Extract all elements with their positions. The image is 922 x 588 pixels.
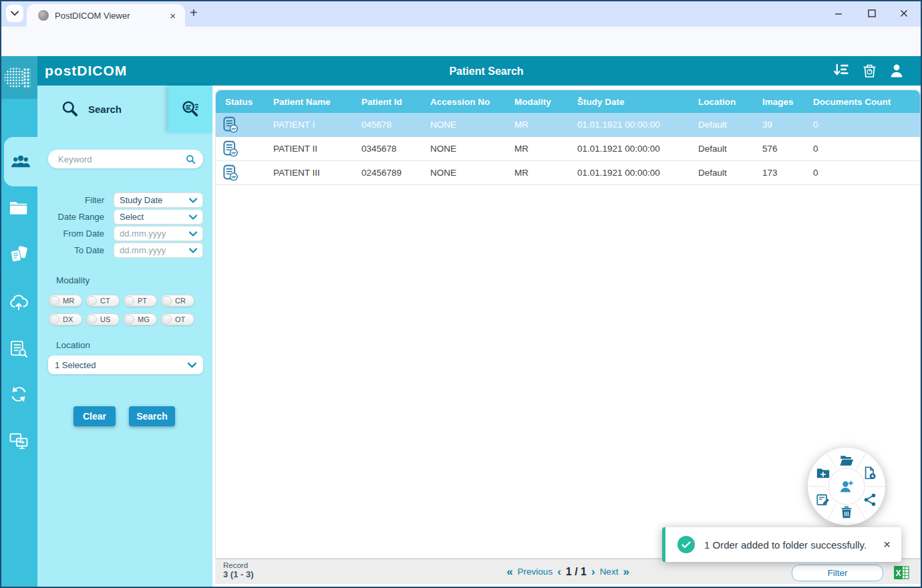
column-header-location[interactable]: Location — [689, 97, 753, 107]
export-excel-button[interactable]: X — [893, 565, 910, 581]
modality-label: Modality — [56, 275, 90, 285]
radial-add-folder-button[interactable] — [816, 466, 830, 480]
patient-id-cell: 02456789 — [352, 168, 421, 178]
table-row-patient-2[interactable]: PATIENT II 0345678 NONE MR 01.01.1921 00… — [216, 137, 920, 161]
window-close-button[interactable] — [899, 0, 909, 27]
modality-toggle-us[interactable]: US — [86, 313, 120, 325]
sort-studies-button[interactable] — [832, 63, 849, 78]
new-tab-button[interactable]: + — [190, 5, 198, 21]
monitors-sync-icon — [9, 432, 29, 450]
sidebar-item-patients[interactable] — [4, 137, 37, 186]
table-row-patient-3[interactable]: PATIENT III 02456789 NONE MR 01.01.1921 … — [216, 161, 920, 185]
sync-arrows-icon — [9, 384, 29, 404]
folder-plus-icon — [816, 466, 830, 480]
tab-title: PostDICOM Viewer — [55, 11, 167, 21]
keyword-input[interactable] — [57, 154, 186, 165]
sidebar-item-query[interactable] — [0, 332, 37, 365]
keyword-input-wrap — [48, 150, 203, 168]
filter-button[interactable]: Filter — [792, 565, 883, 581]
window-maximize-button[interactable] — [867, 0, 877, 27]
tab-advanced-search[interactable] — [168, 86, 212, 132]
tab-close-icon[interactable]: × — [167, 10, 178, 21]
first-page-icon[interactable]: « — [506, 566, 512, 577]
tab-search[interactable]: Search — [37, 86, 168, 132]
accession-no-cell: NONE — [421, 144, 505, 154]
column-header-patient-id[interactable]: Patient Id — [352, 97, 421, 107]
last-page-icon[interactable]: » — [623, 566, 629, 577]
postdicom-app: PostDICOM Viewer × + germany.postdicom.c… — [0, 0, 922, 588]
success-check-icon — [677, 536, 695, 553]
patient-name-cell: PATIENT I — [264, 120, 352, 130]
account-button[interactable] — [889, 63, 904, 79]
filter-select[interactable]: Study Date — [114, 192, 203, 208]
column-header-documents-count[interactable]: Documents Count — [804, 97, 920, 107]
sidebar-item-documents[interactable] — [0, 238, 37, 271]
tab-search-button[interactable] — [6, 5, 23, 22]
radial-add-patient-button[interactable] — [838, 478, 855, 494]
radial-add-report-button[interactable] — [863, 466, 877, 480]
keyword-search-icon[interactable] — [186, 154, 196, 164]
sidebar-item-folders[interactable] — [0, 191, 37, 225]
browser-tab-strip: PostDICOM Viewer × + — [0, 0, 922, 27]
modality-toggle-ot[interactable]: OT — [161, 313, 194, 325]
modality-toggle-ct[interactable]: CT — [86, 295, 120, 307]
date-range-select[interactable]: Select — [114, 209, 203, 225]
column-header-images[interactable]: Images — [753, 97, 804, 107]
modality-cr-label: CR — [175, 297, 186, 305]
study-status-icon — [222, 164, 240, 182]
search-panel: Search Filter Study Date Date Range Sele… — [37, 86, 212, 588]
location-cell: Default — [689, 144, 753, 154]
prev-page-icon[interactable]: ‹ — [557, 566, 561, 577]
column-header-study-date[interactable]: ▼Study Date — [568, 97, 689, 107]
from-date-select[interactable]: dd.mm.yyyy — [114, 226, 203, 241]
modality-mr-label: MR — [63, 297, 74, 305]
previous-page-button[interactable]: Previous — [518, 567, 553, 577]
study-date-cell: 01.01.1921 00:00:00 — [568, 144, 689, 154]
modality-toggle-pt[interactable]: PT — [124, 295, 157, 307]
recycle-bin-button[interactable] — [863, 63, 877, 79]
location-select[interactable]: 1 Selected — [48, 355, 203, 374]
from-date-label: From Date — [63, 229, 104, 239]
sort-desc-icon: ▼ — [577, 96, 583, 102]
modality-toggle-mr[interactable]: MR — [49, 295, 82, 307]
toast-notification: 1 Order added to folder successfully. × — [662, 527, 901, 562]
record-count: Record 3 (1 - 3) — [223, 561, 254, 579]
next-page-icon[interactable]: › — [591, 566, 595, 577]
toggle-knob — [50, 315, 59, 324]
modality-cell: MR — [505, 168, 568, 178]
accession-no-cell: NONE — [421, 168, 505, 178]
search-button[interactable]: Search — [129, 406, 175, 426]
radial-open-folder-button[interactable] — [839, 453, 854, 468]
toast-message: 1 Order added to folder successfully. — [704, 539, 883, 551]
sidebar-item-sync[interactable] — [0, 378, 37, 411]
sidebar-item-upload[interactable] — [0, 285, 37, 319]
radial-delete-button[interactable] — [839, 505, 854, 520]
radial-edit-report-button[interactable] — [816, 492, 830, 507]
modality-toggle-mg[interactable]: MG — [124, 313, 157, 325]
modality-toggle-dx[interactable]: DX — [49, 313, 82, 325]
patient-name-cell: PATIENT III — [264, 168, 352, 178]
browser-tab[interactable]: PostDICOM Viewer × — [27, 4, 185, 27]
person-plus-icon — [838, 478, 855, 494]
images-cell: 173 — [753, 168, 804, 178]
clear-button[interactable]: Clear — [73, 406, 116, 426]
to-date-select[interactable]: dd.mm.yyyy — [114, 243, 203, 258]
sidebar-item-remote-transfer[interactable] — [0, 424, 37, 458]
toast-close-icon[interactable]: × — [883, 537, 891, 552]
favicon — [38, 10, 49, 21]
window-minimize-button[interactable] — [834, 0, 843, 27]
column-header-patient-name[interactable]: Patient Name — [264, 97, 352, 107]
column-header-accession-no[interactable]: Accession No — [421, 97, 505, 107]
table-row-patient-1[interactable]: PATIENT I 045678 NONE MR 01.01.1921 00:0… — [216, 113, 920, 137]
to-date-row: To Date dd.mm.yyyy — [37, 243, 212, 259]
location-label: Location — [56, 340, 90, 350]
radial-share-button[interactable] — [863, 492, 877, 507]
column-header-modality[interactable]: Modality — [505, 97, 568, 107]
toggle-knob — [162, 315, 172, 324]
modality-pt-label: PT — [138, 297, 147, 305]
next-page-button[interactable]: Next — [600, 567, 619, 577]
study-status-icon — [222, 140, 240, 158]
column-header-status[interactable]: Status — [216, 97, 264, 107]
folder-icon — [9, 200, 28, 216]
modality-toggle-cr[interactable]: CR — [161, 295, 194, 307]
